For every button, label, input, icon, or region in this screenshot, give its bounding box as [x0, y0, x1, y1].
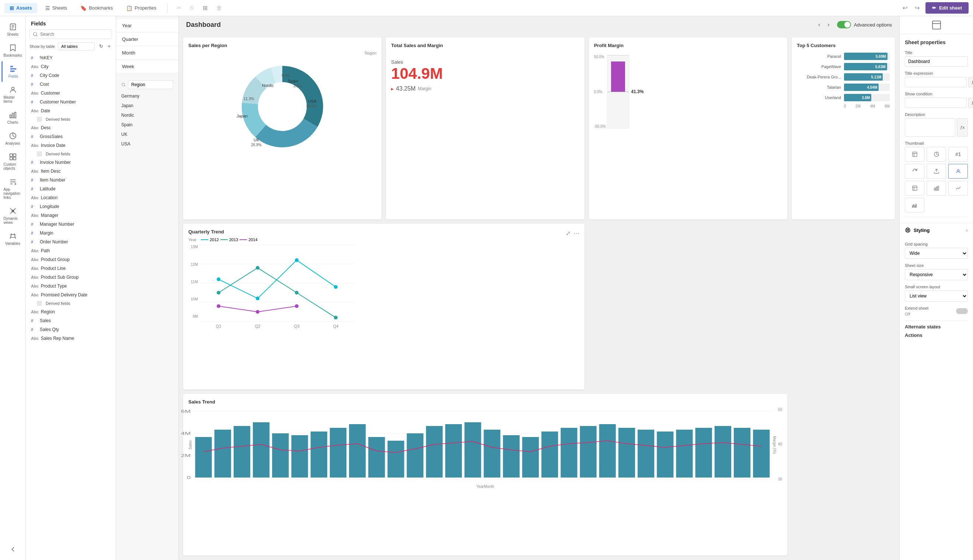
- region-nordic[interactable]: Nordic: [116, 110, 178, 120]
- expand-icon[interactable]: ⤢: [566, 230, 570, 237]
- sidebar-item-app-nav[interactable]: App navigation links: [2, 174, 24, 203]
- filter-quarter[interactable]: Quarter: [116, 33, 178, 46]
- field-item-number[interactable]: #Item Number: [28, 176, 114, 185]
- field-product-group[interactable]: AbcProduct Group: [28, 255, 114, 264]
- field-cost[interactable]: #Cost: [28, 80, 114, 89]
- styling-section-header[interactable]: Styling ›: [899, 223, 973, 237]
- next-button[interactable]: ›: [824, 20, 832, 30]
- description-input[interactable]: [905, 118, 955, 137]
- field-latitude[interactable]: #Latitude: [28, 185, 114, 193]
- field-invoice-number[interactable]: #Invoice Number: [28, 158, 114, 167]
- field-order-number[interactable]: #Order Number: [28, 237, 114, 246]
- tab-sheets[interactable]: ☰ Sheets: [40, 3, 72, 13]
- paste-button[interactable]: ⊞: [200, 2, 211, 13]
- title-input[interactable]: [905, 56, 968, 67]
- prev-button[interactable]: ‹: [815, 20, 823, 30]
- edit-sheet-button[interactable]: ✏ Edit sheet: [925, 2, 969, 13]
- thumb-active-selected[interactable]: [948, 164, 968, 178]
- filter-month[interactable]: Month: [116, 47, 178, 60]
- invoice-date-derived[interactable]: Derived fields: [28, 150, 114, 158]
- filter-year[interactable]: Year: [116, 19, 178, 32]
- tab-assets[interactable]: ⊞ Assets: [4, 3, 37, 13]
- show-condition-fx-button[interactable]: ƒx: [968, 98, 973, 108]
- field-item-desc[interactable]: AbcItem Desc: [28, 167, 114, 176]
- field-desc[interactable]: AbcDesc: [28, 123, 114, 132]
- field-customer[interactable]: AbcCustomer: [28, 89, 114, 98]
- search-input[interactable]: [40, 32, 109, 37]
- sidebar-item-charts[interactable]: Charts: [2, 107, 24, 128]
- field-region[interactable]: AbcRegion: [28, 307, 114, 316]
- field-gross-sales[interactable]: #GrossSales: [28, 132, 114, 141]
- thumb-grouped-bar[interactable]: [905, 198, 925, 212]
- region-germany[interactable]: Germany: [116, 91, 178, 101]
- field-margin[interactable]: #Margin: [28, 228, 114, 237]
- sidebar-item-analyses[interactable]: Analyses: [2, 128, 24, 149]
- thumb-pie[interactable]: [926, 147, 946, 162]
- table-select[interactable]: All tables: [58, 42, 95, 50]
- styling-expand-icon[interactable]: ›: [966, 227, 968, 233]
- field-city[interactable]: AbcCity: [28, 62, 114, 71]
- field-manager[interactable]: AbcManager: [28, 211, 114, 220]
- copy-button[interactable]: ⎘: [187, 3, 197, 13]
- sidebar-item-master-items[interactable]: Master items: [2, 82, 24, 107]
- thumb-bar[interactable]: [926, 181, 946, 195]
- advanced-options-toggle[interactable]: [837, 21, 851, 28]
- refresh-button[interactable]: ↻: [98, 42, 105, 50]
- field-date[interactable]: AbcDate: [28, 107, 114, 115]
- field-product-type[interactable]: AbcProduct Type: [28, 282, 114, 290]
- filter-week[interactable]: Week: [116, 60, 178, 73]
- cut-button[interactable]: ✂: [174, 2, 184, 13]
- small-screen-select[interactable]: List view Grid view: [905, 290, 968, 302]
- region-usa[interactable]: USA: [116, 139, 178, 149]
- field-customer-number[interactable]: #Customer Number: [28, 98, 114, 107]
- region-search-input[interactable]: [128, 80, 173, 89]
- field-sales-rep[interactable]: AbcSales Rep Name: [28, 334, 114, 343]
- title-expression-input[interactable]: [905, 77, 967, 87]
- field-product-line[interactable]: AbcProduct Line: [28, 264, 114, 273]
- advanced-options: Advanced options: [837, 21, 892, 28]
- region-uk[interactable]: UK: [116, 130, 178, 139]
- field-product-sub-group[interactable]: AbcProduct Sub Group: [28, 273, 114, 282]
- sidebar-item-sheets[interactable]: Sheets: [2, 19, 24, 40]
- thumb-number[interactable]: #1: [948, 147, 968, 162]
- sidebar-item-bookmarks[interactable]: Bookmarks: [2, 40, 24, 61]
- field-sales[interactable]: #Sales: [28, 316, 114, 325]
- extend-sheet-toggle[interactable]: [956, 308, 968, 314]
- region-japan[interactable]: Japan: [116, 101, 178, 110]
- field-sales-qty[interactable]: #Sales Qty: [28, 325, 114, 334]
- undo-button[interactable]: ↩: [899, 2, 910, 13]
- sidebar-item-custom-objects[interactable]: Custom objects: [2, 149, 24, 174]
- sheet-size-select[interactable]: Responsive Custom: [905, 269, 968, 280]
- field-invoice-date[interactable]: AbcInvoice Date: [28, 141, 114, 150]
- thumb-another-upload[interactable]: [905, 181, 925, 195]
- tab-properties[interactable]: 📋 Properties: [121, 3, 161, 13]
- sidebar-item-dynamic-views[interactable]: Dynamic views: [2, 203, 24, 228]
- field-location[interactable]: AbcLocation: [28, 193, 114, 202]
- promised-derived[interactable]: Derived fields: [28, 299, 114, 307]
- tab-bookmarks[interactable]: 🔖 Bookmarks: [75, 3, 118, 13]
- thumb-export[interactable]: [926, 164, 946, 178]
- thumb-upload[interactable]: [905, 147, 925, 162]
- icon-sidebar: Sheets Bookmarks Fields Master items Cha…: [0, 16, 26, 560]
- date-derived[interactable]: Derived fields: [28, 115, 114, 123]
- field-promised-delivery[interactable]: AbcPromised Delivery Date: [28, 290, 114, 299]
- show-condition-input[interactable]: [905, 98, 967, 108]
- sidebar-item-variables[interactable]: Variables: [2, 228, 24, 249]
- description-fx-button[interactable]: ƒx: [957, 118, 968, 137]
- thumb-refresh[interactable]: [905, 164, 925, 178]
- field-key[interactable]: #%KEY: [28, 53, 114, 62]
- region-spain[interactable]: Spain: [116, 120, 178, 130]
- thumb-line-chart[interactable]: [948, 181, 968, 195]
- redo-button[interactable]: ↪: [912, 2, 923, 13]
- sidebar-item-fields[interactable]: Fields: [2, 61, 24, 82]
- add-field-button[interactable]: +: [106, 42, 112, 50]
- delete-button[interactable]: 🗑: [213, 3, 225, 13]
- grid-spacing-select[interactable]: Wide Narrow Medium: [905, 248, 968, 259]
- title-expression-fx-button[interactable]: ƒx: [968, 77, 973, 87]
- field-manager-number[interactable]: #Manager Number: [28, 220, 114, 228]
- field-path[interactable]: AbcPath: [28, 246, 114, 255]
- more-icon[interactable]: ⋯: [573, 230, 579, 237]
- field-city-code[interactable]: #City Code: [28, 71, 114, 80]
- field-longitude[interactable]: #Longitude: [28, 202, 114, 211]
- sidebar-item-collapse[interactable]: [2, 542, 24, 557]
